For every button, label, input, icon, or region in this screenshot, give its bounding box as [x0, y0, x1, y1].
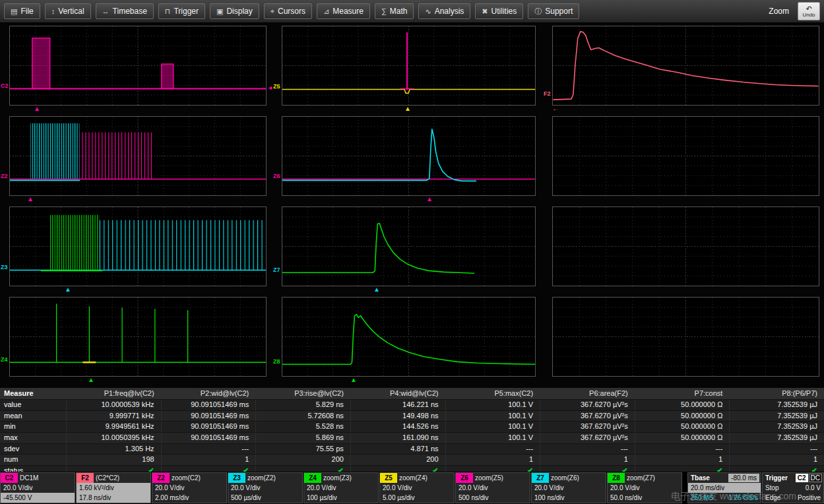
measure-cell: 90.091051469 ms [161, 411, 256, 422]
descriptor-z3[interactable]: Z3zoom(Z2) 20.0 V/div 500 µs/div [228, 472, 303, 503]
zoom-marker-z5[interactable]: ▲ [404, 105, 411, 113]
menu-button-display[interactable]: ▣Display [210, 3, 259, 19]
trigger-level-marker[interactable]: ◄ [267, 84, 273, 91]
zoom-marker-z7[interactable]: ▲ [373, 286, 380, 294]
panel-z4[interactable]: Z4 ▲ [9, 297, 267, 387]
measure-cell: 367.6270 µV²s [540, 400, 635, 410]
measure-col-header-p3[interactable]: P3:rise@lv(C2) [255, 388, 350, 399]
zoom-marker-z8[interactable]: ▲ [350, 376, 357, 384]
panel-label-z2: Z2 [1, 173, 8, 179]
measure-col-header-p4[interactable]: P4:wid@lv(C2) [350, 388, 445, 399]
undo-button[interactable]: ↶Undo [798, 2, 820, 20]
descriptor-f2[interactable]: F2(C2*C2) 1.60 kV²/div 17.8 ns/div [76, 472, 151, 503]
measure-cell: 367.6270 µV²s [540, 433, 635, 443]
measure-row-value: value 10.0000539 kHz 90.091051469 ms 5.8… [0, 399, 824, 410]
menu-label: Utilities [491, 7, 517, 16]
waveform-z2 [9, 116, 267, 196]
channel-tab-z5[interactable]: Z5 [380, 473, 397, 483]
panel-z2[interactable]: Z2 ▲ [9, 116, 267, 206]
panel-z3[interactable]: Z3 ▲ [9, 206, 267, 297]
panel-z7[interactable]: Z7 ▲ [282, 206, 536, 297]
descriptor-z7[interactable]: Z7zoom(Z6) 20.0 V/div 100 ns/div [531, 472, 606, 503]
descriptor-z4[interactable]: Z4zoom(Z3) 20.0 V/div 100 µs/div [303, 472, 379, 503]
measure-header-row: Measure P1:freq@lv(C2) P2:wid@lv(C2) P3:… [0, 388, 824, 399]
timebase-descriptor[interactable]: Tbase-80.0 ms 20.0 ms/div 250 MS1.25 GS/… [687, 472, 761, 503]
menu-button-support[interactable]: ⓘSupport [528, 3, 579, 19]
channel-tab-f2[interactable]: F2 [77, 473, 94, 483]
panel-label-z6: Z6 [273, 173, 280, 179]
measure-cell: 200 [255, 455, 350, 465]
menu-button-analysis[interactable]: ∿Analysis [418, 3, 470, 19]
measure-col-header-p8[interactable]: P8:(P6/P7) [729, 388, 824, 399]
waveform-z3 [9, 206, 267, 286]
measure-cell: 9.9949561 kHz [66, 422, 161, 432]
measure-cell: 7.352539 µJ [729, 411, 824, 422]
acquisition-state: Stop [765, 483, 779, 493]
channel-tab-z7[interactable]: Z7 [532, 473, 549, 483]
zoom-marker-z4[interactable]: ▲ [88, 376, 94, 384]
zoom-marker-z6[interactable]: ▲ [426, 195, 433, 203]
descriptor-c2[interactable]: C2DC1M 20.0 V/div -45.500 V [0, 472, 75, 503]
menu-button-trigger[interactable]: ⊓Trigger [158, 3, 205, 19]
descriptor-z6[interactable]: Z6zoom(Z5) 20.0 V/div 500 ns/div [455, 472, 530, 503]
measure-cell: 100.1 V [445, 411, 540, 422]
channel-tab-z3[interactable]: Z3 [228, 473, 245, 483]
channel-tab-z4[interactable]: Z4 [304, 473, 321, 483]
menu-button-measure[interactable]: ⊿Measure [317, 3, 370, 19]
channel-tab-z2[interactable]: Z2 [152, 473, 170, 483]
measure-row-min: min 9.9949561 kHz 90.091051469 ms 5.528 … [0, 421, 824, 432]
descriptor-z8[interactable]: Z8zoom(Z7) 20.0 V/div 50.0 ns/div [607, 472, 682, 503]
measure-cell: 90.091051469 ms [161, 400, 256, 410]
monitor-icon: ▣ [216, 8, 223, 15]
measure-row-label: num [0, 455, 66, 465]
channel-tab-z8[interactable]: Z8 [608, 473, 625, 483]
menu-label: Analysis [435, 7, 464, 16]
timebase-offset: -80.0 ms [728, 474, 759, 482]
panel-z8[interactable]: Z8 ▲ [282, 297, 536, 387]
panel-empty-2[interactable] [552, 206, 819, 297]
undo-label: Undo [802, 13, 815, 18]
measure-col-header-p7[interactable]: P7:const [635, 388, 730, 399]
channel-tab-c2[interactable]: C2 [1, 473, 18, 483]
waveform-grid: C2 ▲ ◄ Z5 ▲ F2 ← [0, 23, 824, 388]
menu-button-file[interactable]: ▤File [4, 3, 40, 19]
menu-button-utilities[interactable]: ✖Utilities [475, 3, 523, 19]
zoom-source-label: zoom(Z4) [399, 474, 428, 482]
measure-col-header-p5[interactable]: P5:max(C2) [445, 388, 540, 399]
measure-cell: 9.999771 kHz [66, 411, 161, 422]
measure-col-header-p6[interactable]: P6:area(F2) [540, 388, 635, 399]
zoom-marker-z3[interactable]: ▲ [65, 286, 71, 294]
menu-bar: ▤File ↕Vertical ↔Timebase ⊓Trigger ▣Disp… [0, 0, 824, 23]
measure-col-header-p2[interactable]: P2:wid@lv(C2) [161, 388, 256, 399]
menu-button-math[interactable]: ∑Math [375, 3, 414, 19]
tdiv-value: 5.00 µs/div [380, 493, 454, 503]
panel-empty-1[interactable] [552, 116, 819, 206]
waveform-icon: ∿ [425, 8, 431, 15]
trigger-descriptor[interactable]: Trigger C2DC Stop0.0 V EdgePositive [762, 472, 824, 503]
zoom-marker-c2[interactable]: ▲ [34, 105, 40, 113]
panel-f2[interactable]: F2 ← [552, 26, 819, 116]
measure-cell: 4.871 ns [350, 444, 445, 455]
zoom-source-label: zoom(Z6) [551, 474, 579, 482]
info-icon: ⓘ [534, 8, 542, 15]
measure-cell: 5.829 ns [255, 400, 350, 410]
trigger-source-chip: C2 [796, 474, 808, 482]
panel-empty-3[interactable] [552, 297, 819, 387]
menu-button-vertical[interactable]: ↕Vertical [45, 3, 91, 19]
vdiv-value: 20.0 V/div [304, 483, 378, 493]
menu-button-timebase[interactable]: ↔Timebase [96, 3, 154, 19]
zoom-marker-z2[interactable]: ▲ [27, 195, 34, 203]
tdiv-value: 17.8 ns/div [77, 493, 150, 503]
channel-tab-z6[interactable]: Z6 [456, 473, 473, 483]
panel-z6[interactable]: Z6 ▲ [282, 116, 536, 206]
panel-c2[interactable]: C2 ▲ ◄ [9, 26, 267, 116]
measure-row-label: sdev [0, 444, 66, 455]
descriptor-z2[interactable]: Z2zoom(C2) 20.0 V/div 2.00 ms/div [152, 472, 227, 503]
menu-button-cursors[interactable]: ⌖Cursors [264, 3, 312, 19]
descriptor-z5[interactable]: Z5zoom(Z4) 20.0 V/div 5.00 µs/div [379, 472, 455, 503]
measure-cell: --- [445, 444, 540, 455]
descriptor-bar: C2DC1M 20.0 V/div -45.500 V F2(C2*C2) 1.… [0, 472, 824, 504]
panel-z5[interactable]: Z5 ▲ [282, 26, 536, 116]
measure-cell: 161.090 ns [350, 433, 445, 443]
measure-col-header-p1[interactable]: P1:freq@lv(C2) [66, 388, 161, 399]
